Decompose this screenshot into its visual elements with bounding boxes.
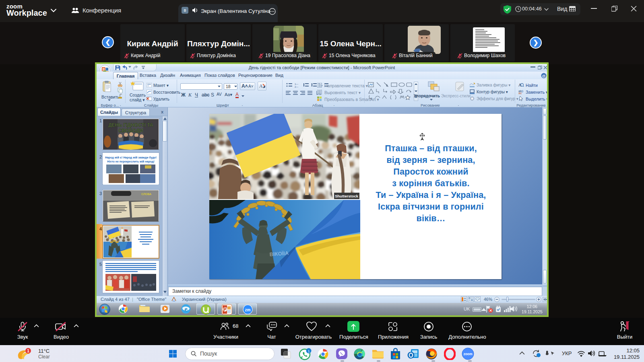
svg-text:1—: 1— bbox=[295, 83, 298, 85]
svg-text:Народ мій є! Народ мій завжди: Народ мій є! Народ мій завжди буде! bbox=[105, 156, 157, 159]
svg-text:P: P bbox=[223, 307, 226, 312]
svg-text:Shutterstock: Shutterstock bbox=[335, 194, 359, 198]
svg-text:e: e bbox=[184, 306, 187, 313]
svg-text:СЛОВА: СЛОВА bbox=[141, 193, 151, 195]
svg-text:zoom: zoom bbox=[463, 352, 473, 356]
svg-text:@: @ bbox=[542, 74, 546, 78]
svg-text:1: 1 bbox=[308, 349, 310, 353]
svg-text:A🖌: A🖌 bbox=[259, 83, 265, 89]
svg-text:zm: zm bbox=[245, 308, 251, 312]
svg-text:1: 1 bbox=[27, 349, 29, 353]
svg-text:2—: 2— bbox=[295, 86, 298, 88]
svg-text:Ніхто не перекреслить мій наро: Ніхто не перекреслить мій народ! bbox=[107, 160, 154, 163]
svg-text:ДЕНЬ ГІДНОСТІ ТА: ДЕНЬ ГІДНОСТІ ТА bbox=[108, 122, 153, 128]
svg-text:ac: ac bbox=[518, 91, 522, 94]
svg-text:A: A bbox=[518, 82, 522, 87]
